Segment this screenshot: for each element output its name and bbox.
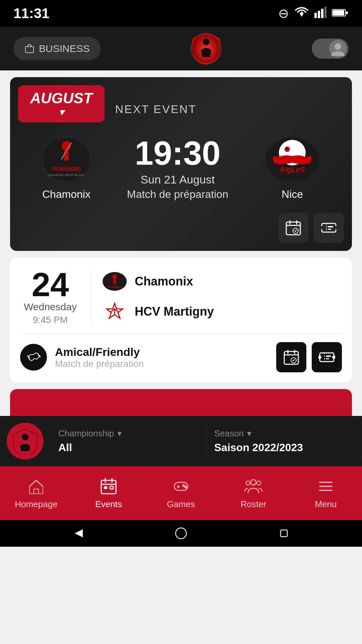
championship-filter-label: Championship ▾	[58, 428, 198, 439]
svg-point-64	[246, 481, 250, 485]
svg-rect-51	[34, 489, 39, 494]
away-team-block: AïgLeS Nice	[264, 136, 321, 201]
svg-rect-14	[64, 151, 69, 161]
nav-item-events[interactable]: Events	[72, 466, 145, 520]
svg-rect-57	[110, 486, 113, 489]
schedule-calendar-button[interactable]	[276, 342, 306, 372]
match-center: 19:30 Sun 21 August Match de préparation	[127, 136, 228, 201]
competition-name: Amical/Friendly	[55, 345, 144, 359]
pionniers-logo: PIONNIERS CHAMONIX MONT-BLANC	[41, 136, 92, 183]
svg-point-35	[112, 274, 117, 279]
nav-label-games: Games	[167, 499, 195, 509]
home-team-row: PIONNIERS Chamonix	[101, 271, 342, 291]
nav-item-roster[interactable]: Roster	[217, 466, 290, 520]
user-toggle[interactable]	[312, 39, 349, 59]
svg-rect-33	[328, 229, 331, 230]
svg-text:PIONNIERS: PIONNIERS	[52, 166, 81, 172]
svg-rect-39	[284, 352, 298, 364]
nav-label-roster: Roster	[241, 499, 266, 509]
partial-card	[10, 389, 352, 416]
match-date: Sun 21 August	[127, 173, 228, 186]
dnd-icon: ⊖	[278, 6, 289, 21]
match-info-left: Amical/Friendly Match de préparation	[20, 344, 144, 371]
business-button[interactable]: BUSINESS	[13, 37, 101, 60]
svg-point-61	[183, 485, 185, 486]
date-day: Wednesday	[20, 301, 80, 313]
season-filter-value: Saison 2022/2023	[214, 441, 354, 454]
match-type: Match de préparation	[127, 188, 228, 201]
svg-rect-7	[25, 47, 34, 53]
august-badge: AUGUST ▾	[18, 85, 105, 122]
svg-point-11	[335, 43, 341, 50]
nav-label-events: Events	[95, 499, 122, 509]
match-info-row: Amical/Friendly Match de préparation	[20, 342, 342, 372]
svg-point-50	[22, 434, 28, 440]
status-time: 11:31	[13, 5, 49, 21]
event-actions	[10, 207, 352, 251]
championship-filter[interactable]: Championship ▾ All	[50, 422, 206, 461]
header: BUSINESS	[0, 27, 362, 70]
svg-rect-56	[104, 486, 107, 489]
home-team-label: Chamonix	[135, 274, 193, 288]
date-block: 24 Wednesday 9:45 PM	[20, 268, 80, 325]
vertical-divider	[90, 268, 91, 325]
schedule-row: 24 Wednesday 9:45 PM PIONNIERS Chamonix	[20, 268, 342, 325]
svg-rect-2	[321, 9, 323, 18]
status-icons: ⊖	[278, 6, 349, 21]
filter-logo	[7, 423, 44, 460]
nav-label-menu: Menu	[315, 499, 337, 509]
svg-rect-49	[326, 358, 329, 359]
battery-icon	[332, 6, 349, 20]
svg-rect-32	[328, 226, 333, 227]
date-time: 9:45 PM	[20, 315, 80, 325]
recents-button[interactable]	[276, 525, 292, 542]
teams-list: PIONNIERS Chamonix HCV Martigny	[101, 271, 342, 322]
schedule-ticket-button[interactable]	[312, 342, 342, 372]
away-team-label: HCV Martigny	[135, 305, 214, 319]
filter-options: Championship ▾ All Season ▾ Saison 2022/…	[50, 422, 362, 461]
svg-rect-0	[314, 13, 317, 18]
ticket-button[interactable]	[314, 213, 344, 243]
svg-rect-28	[322, 223, 336, 232]
nav-item-homepage[interactable]: Homepage	[0, 466, 72, 520]
season-dropdown-icon: ▾	[247, 428, 251, 439]
svg-marker-69	[75, 529, 83, 537]
business-label: BUSINESS	[39, 43, 90, 54]
svg-rect-1	[318, 11, 320, 18]
svg-point-63	[251, 480, 256, 485]
home-team-block: PIONNIERS CHAMONIX MONT-BLANC Chamonix	[41, 136, 92, 201]
back-button[interactable]	[70, 525, 86, 542]
app-logo	[188, 30, 225, 67]
svg-rect-71	[281, 530, 287, 537]
svg-rect-5	[333, 10, 344, 15]
filter-bar: Championship ▾ All Season ▾ Saison 2022/…	[0, 416, 362, 466]
away-team-name: Nice	[282, 188, 303, 201]
svg-point-30	[320, 226, 323, 229]
signal-icon	[314, 6, 326, 21]
status-bar: 11:31 ⊖	[0, 0, 362, 27]
match-action-buttons	[276, 342, 342, 372]
nav-item-menu[interactable]: Menu	[290, 466, 362, 520]
calendar-button[interactable]	[278, 213, 308, 243]
svg-text:AïgLeS: AïgLeS	[279, 165, 305, 174]
competition-sub: Match de préparation	[55, 359, 144, 369]
dropdown-arrow: ▾	[30, 107, 93, 118]
svg-rect-6	[346, 11, 348, 14]
svg-point-31	[334, 226, 337, 229]
user-avatar	[329, 40, 347, 57]
match-time: 19:30	[127, 136, 228, 170]
svg-rect-23	[286, 222, 300, 235]
martigny-logo-sm	[101, 302, 128, 322]
chamonix-logo-sm: PIONNIERS	[101, 271, 128, 291]
season-filter[interactable]: Season ▾ Saison 2022/2023	[206, 422, 362, 461]
nav-item-games[interactable]: Games	[145, 466, 217, 520]
away-team-row: HCV Martigny	[101, 302, 342, 322]
svg-text:PIONNIERS: PIONNIERS	[107, 286, 122, 289]
competition-icon	[20, 344, 47, 371]
svg-rect-48	[326, 356, 331, 357]
horizontal-divider	[20, 333, 342, 334]
svg-point-8	[203, 39, 209, 45]
home-button[interactable]	[173, 525, 189, 542]
aigles-logo: AïgLeS	[264, 136, 321, 183]
svg-point-47	[332, 356, 335, 359]
